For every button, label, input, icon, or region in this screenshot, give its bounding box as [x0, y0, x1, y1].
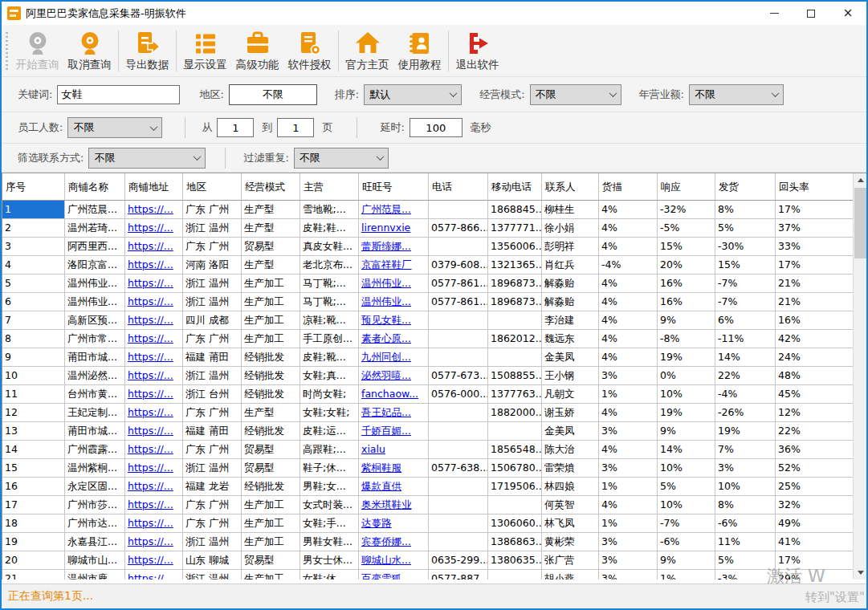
cell-shop_url[interactable]: https://...	[125, 478, 183, 496]
cell-mobile[interactable]: 1356006...	[488, 238, 542, 256]
cell-delivery[interactable]: -30%	[715, 238, 776, 256]
cell-repeat_rate[interactable]: 52%	[776, 459, 854, 478]
cell-wangwang[interactable]: 蕾斯缔娜...	[359, 238, 429, 256]
cell-phone[interactable]	[429, 533, 488, 551]
cell-shop_url[interactable]: https://...	[125, 404, 183, 422]
table-row[interactable]: 3阿西里西...https://...广东 广州贸易型真皮女鞋...蕾斯缔娜..…	[2, 238, 853, 256]
cell-phone[interactable]	[429, 201, 488, 219]
table-row[interactable]: 13莆田市城...https://...福建 莆田经销批发皮鞋;运...千娇百媚…	[2, 422, 853, 441]
cell-shop_url[interactable]: https://...	[125, 533, 183, 551]
cell-response[interactable]: 10%	[658, 459, 715, 478]
cell-main_products[interactable]: 女鞋;手...	[300, 514, 359, 533]
cell-repeat_rate[interactable]: 17%	[776, 201, 854, 219]
cell-region[interactable]: 广东 广州	[183, 404, 242, 422]
cell-main_products[interactable]: 时尚女鞋;	[300, 385, 359, 404]
cell-wangwang[interactable]: 温州伟业...	[359, 274, 429, 293]
cell-delivery[interactable]: -4%	[715, 385, 776, 404]
cell-shop_name[interactable]: 温州伟业...	[65, 293, 125, 311]
cell-contact[interactable]: 雷荣燌	[542, 459, 599, 478]
cell-mobile[interactable]: 1862012...	[488, 330, 542, 348]
cell-response[interactable]: 1%	[658, 570, 715, 580]
cell-mobile[interactable]	[488, 496, 542, 514]
cell-main_products[interactable]: 女鞋;女鞋;	[300, 404, 359, 422]
cell-main_products[interactable]: 女鞋;休...	[300, 570, 359, 580]
cell-repeat_rate[interactable]: 25%	[776, 478, 854, 496]
cell-contact[interactable]: 王小钢	[542, 367, 599, 385]
cell-desc_score[interactable]: 4%	[599, 311, 658, 330]
table-row[interactable]: 10温州泌然...https://...浙江 温州经销批发女鞋;真...泌然羽嘻…	[2, 367, 853, 385]
cell-wangwang[interactable]: 广州范晨...	[359, 201, 429, 219]
cell-response[interactable]: 19%	[658, 348, 715, 367]
cell-region[interactable]: 浙江 温州	[183, 293, 242, 311]
column-header-index[interactable]: 序号	[2, 173, 65, 201]
cell-region[interactable]: 浙江 温州	[183, 459, 242, 478]
cell-wangwang[interactable]: 百变雪狐	[359, 570, 429, 580]
cell-desc_score[interactable]: 4%	[599, 238, 658, 256]
cell-region[interactable]: 浙江 台州	[183, 385, 242, 404]
cell-response[interactable]: 15%	[658, 238, 715, 256]
table-row[interactable]: 14广州霞露...https://...广东 广州贸易型高跟鞋;...xialu…	[2, 441, 853, 459]
cell-desc_score[interactable]: 3%	[599, 422, 658, 441]
cell-region[interactable]: 浙江 温州	[183, 533, 242, 551]
cell-desc_score[interactable]: 4%	[599, 274, 658, 293]
cell-mobile[interactable]: 1321365...	[488, 256, 542, 274]
cell-main_products[interactable]: 男女士休...	[300, 551, 359, 570]
table-row[interactable]: 5温州伟业...https://...浙江 温州生产加工马丁靴;...温州伟业.…	[2, 274, 853, 293]
cell-index[interactable]: 9	[2, 348, 65, 367]
table-row[interactable]: 9莆田市城...https://...福建 莆田经销批发皮鞋;靴...九州同创.…	[2, 348, 853, 367]
cell-main_products[interactable]: 鞋子;休...	[300, 459, 359, 478]
cell-response[interactable]: 0%	[658, 367, 715, 385]
cell-desc_score[interactable]: 1%	[599, 514, 658, 533]
cell-main_products[interactable]: 皮鞋;鞋...	[300, 219, 359, 238]
cell-delivery[interactable]: -7%	[715, 274, 776, 293]
cell-wangwang[interactable]: fanchaow...	[359, 385, 429, 404]
vertical-scrollbar[interactable]	[853, 173, 866, 580]
cell-main_products[interactable]: 女鞋;真...	[300, 367, 359, 385]
cell-delivery[interactable]: 8%	[715, 201, 776, 219]
cell-main_products[interactable]: 手工原创...	[300, 330, 359, 348]
cell-shop_name[interactable]: 广州市莎...	[65, 496, 125, 514]
cell-repeat_rate[interactable]: 32%	[776, 496, 854, 514]
cell-delivery[interactable]: 14%	[715, 348, 776, 367]
cell-desc_score[interactable]: 1%	[599, 385, 658, 404]
cell-business_mode[interactable]: 经销批发	[242, 348, 300, 367]
close-button[interactable]: ×	[829, 2, 866, 25]
cell-desc_score[interactable]: -4%	[599, 256, 658, 274]
cell-phone[interactable]	[429, 330, 488, 348]
cell-response[interactable]: -7%	[658, 514, 715, 533]
cell-contact[interactable]: 林四娘	[542, 478, 599, 496]
tutorial-button[interactable]: 使用教程	[393, 27, 446, 75]
cell-shop_name[interactable]: 温州市鹿...	[65, 570, 125, 580]
cell-region[interactable]: 浙江 温州	[183, 219, 242, 238]
table-row[interactable]: 8广州市常...https://...广东 广州生产加工手工原创...素者心原.…	[2, 330, 853, 348]
cell-index[interactable]: 18	[2, 514, 65, 533]
cell-desc_score[interactable]: 4%	[599, 330, 658, 348]
cell-shop_name[interactable]: 永定区固...	[65, 478, 125, 496]
cell-shop_url[interactable]: https://...	[125, 570, 183, 580]
region-button[interactable]: 不限	[229, 84, 317, 105]
cell-phone[interactable]: 0577-866...	[429, 219, 488, 238]
cell-repeat_rate[interactable]: 24%	[776, 348, 854, 367]
cell-index[interactable]: 21	[2, 570, 65, 580]
cell-main_products[interactable]: 男鞋女鞋...	[300, 533, 359, 551]
cell-mobile[interactable]	[488, 311, 542, 330]
cell-mobile[interactable]	[488, 422, 542, 441]
cell-wangwang[interactable]: 达蔓路	[359, 514, 429, 533]
cell-main_products[interactable]: 真皮女鞋...	[300, 238, 359, 256]
cell-shop_url[interactable]: https://...	[125, 219, 183, 238]
cell-main_products[interactable]: 女式时装...	[300, 496, 359, 514]
cell-shop_name[interactable]: 聊城市山...	[65, 551, 125, 570]
display-settings-button[interactable]: 显示设置	[179, 27, 231, 75]
cell-response[interactable]: 9%	[658, 422, 715, 441]
cell-index[interactable]: 12	[2, 404, 65, 422]
cell-wangwang[interactable]: 泌然羽嘻...	[359, 367, 429, 385]
cell-repeat_rate[interactable]: 29%	[776, 570, 854, 580]
cell-phone[interactable]	[429, 348, 488, 367]
column-header-phone[interactable]: 电话	[429, 173, 488, 201]
cell-contact[interactable]: 黄彬荣	[542, 533, 599, 551]
cell-desc_score[interactable]: 3%	[599, 533, 658, 551]
software-license-button[interactable]: 软件授权	[283, 27, 336, 75]
cell-phone[interactable]: 0379-608...	[429, 256, 488, 274]
cell-shop_url[interactable]: https://...	[125, 293, 183, 311]
cell-main_products[interactable]: 马丁靴;...	[300, 293, 359, 311]
